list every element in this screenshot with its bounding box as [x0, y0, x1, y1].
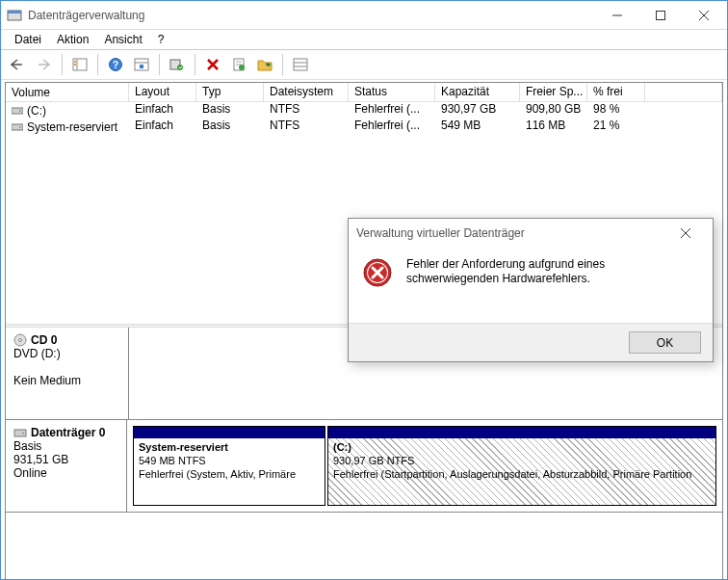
disk-row-0[interactable]: Datenträger 0 Basis 931,51 GB Online Sys… — [6, 420, 722, 513]
vol-name: (C:) — [27, 104, 46, 118]
vol-layout: Einfach — [129, 119, 196, 135]
disk-info: CD 0 DVD (D:) Kein Medium — [6, 328, 129, 419]
col-free[interactable]: Freier Sp... — [520, 83, 587, 101]
vol-free: 909,80 GB — [520, 102, 587, 119]
partition-body: (C:) 930,97 GB NTFS Fehlerfrei (Startpar… — [328, 438, 715, 505]
col-pctfree[interactable]: % frei — [587, 83, 645, 101]
settings-button[interactable] — [130, 53, 153, 76]
svg-text:?: ? — [113, 60, 118, 70]
vol-pct: 98 % — [587, 102, 645, 119]
disk-line1: DVD (D:) — [13, 347, 120, 360]
column-headers: Volume Layout Typ Dateisystem Status Kap… — [6, 83, 722, 102]
dialog-body: Fehler der Anforderung aufgrund eines sc… — [349, 248, 713, 323]
partition[interactable]: (C:) 930,97 GB NTFS Fehlerfrei (Startpar… — [327, 426, 716, 506]
col-volume[interactable]: Volume — [6, 83, 129, 101]
svg-point-27 — [19, 126, 21, 128]
dialog-close-button[interactable] — [666, 220, 705, 247]
menubar: Datei Aktion Ansicht ? — [1, 30, 727, 49]
dialog-title: Verwaltung virtueller Datenträger — [356, 226, 666, 240]
properties-button[interactable] — [227, 53, 250, 76]
refresh-button[interactable] — [166, 53, 189, 76]
vol-status: Fehlerfrei (... — [349, 119, 435, 135]
part-status: Fehlerfrei (System, Aktiv, Primäre — [139, 468, 296, 480]
menu-file[interactable]: Datei — [7, 31, 49, 48]
back-button[interactable] — [7, 53, 30, 76]
col-type[interactable]: Typ — [196, 83, 264, 101]
delete-button[interactable] — [201, 53, 224, 76]
partition-body: System-reserviert 549 MB NTFS Fehlerfrei… — [134, 438, 325, 505]
svg-rect-24 — [12, 108, 23, 114]
part-title: System-reserviert — [139, 441, 228, 453]
part-status: Fehlerfrei (Startpartition, Auslagerungs… — [333, 468, 691, 480]
svg-point-25 — [19, 110, 21, 112]
svg-rect-1 — [8, 11, 21, 13]
svg-rect-26 — [12, 124, 23, 130]
titlebar: Datenträgerverwaltung — [1, 1, 727, 30]
toolbar: ? — [1, 49, 727, 80]
error-dialog: Verwaltung virtueller Datenträger Fehler… — [348, 218, 714, 362]
close-button[interactable] — [682, 1, 725, 29]
help-button[interactable]: ? — [104, 53, 127, 76]
vol-type: Basis — [196, 102, 264, 119]
ok-button[interactable]: OK — [629, 331, 701, 354]
col-status[interactable]: Status — [349, 83, 435, 101]
disk-line2: 931,51 GB — [13, 453, 118, 466]
forward-button[interactable] — [33, 53, 56, 76]
svg-point-16 — [177, 65, 183, 70]
show-hide-button[interactable] — [68, 53, 91, 76]
folder-button[interactable] — [253, 53, 276, 76]
disk-name: CD 0 — [31, 333, 57, 347]
maximize-button[interactable] — [638, 1, 682, 29]
drive-icon — [12, 121, 23, 133]
vol-cap: 930,97 GB — [435, 102, 520, 119]
svg-rect-21 — [294, 59, 307, 70]
part-size: 930,97 GB NTFS — [333, 455, 414, 466]
col-capacity[interactable]: Kapazität — [435, 83, 520, 101]
part-size: 549 MB NTFS — [139, 455, 206, 466]
disk-line3: Online — [13, 466, 118, 480]
cd-icon — [13, 333, 27, 347]
col-spacer — [645, 83, 722, 101]
dialog-titlebar: Verwaltung virtueller Datenträger — [349, 219, 713, 248]
vol-status: Fehlerfrei (... — [349, 102, 435, 119]
disk-partitions: System-reserviert 549 MB NTFS Fehlerfrei… — [127, 420, 722, 512]
svg-rect-30 — [14, 430, 26, 436]
partition-bar — [328, 427, 715, 438]
volume-row[interactable]: System-reserviert Einfach Basis NTFS Feh… — [6, 119, 722, 135]
vol-pct: 21 % — [587, 119, 645, 135]
vol-layout: Einfach — [129, 102, 196, 119]
list-view-button[interactable] — [289, 53, 312, 76]
menu-action[interactable]: Aktion — [49, 31, 96, 48]
dialog-button-bar: OK — [349, 323, 713, 361]
app-icon — [7, 8, 22, 23]
svg-point-29 — [19, 339, 22, 342]
disk-info: Datenträger 0 Basis 931,51 GB Online — [6, 420, 127, 512]
disk-name: Datenträger 0 — [31, 426, 105, 439]
volume-row[interactable]: (C:) Einfach Basis NTFS Fehlerfrei (... … — [6, 102, 722, 119]
disk-graph: CD 0 DVD (D:) Kein Medium Datenträger 0 … — [6, 328, 722, 580]
part-title: (C:) — [333, 441, 351, 453]
vol-type: Basis — [196, 119, 264, 135]
vol-cap: 549 MB — [435, 119, 520, 135]
svg-rect-3 — [656, 11, 664, 19]
menu-view[interactable]: Ansicht — [96, 31, 149, 48]
disk-line3: Kein Medium — [13, 374, 120, 387]
partition[interactable]: System-reserviert 549 MB NTFS Fehlerfrei… — [133, 426, 325, 506]
svg-point-20 — [239, 65, 245, 70]
minimize-button[interactable] — [595, 1, 638, 29]
svg-rect-14 — [140, 65, 143, 68]
error-icon — [362, 257, 393, 288]
col-layout[interactable]: Layout — [129, 83, 196, 101]
drive-icon — [12, 105, 23, 117]
disk-line1: Basis — [13, 439, 118, 453]
partition-bar — [134, 427, 325, 438]
menu-help[interactable]: ? — [150, 31, 172, 48]
svg-rect-9 — [74, 64, 76, 66]
window-title: Datenträgerverwaltung — [28, 9, 595, 22]
col-filesystem[interactable]: Dateisystem — [264, 83, 349, 101]
vol-fs: NTFS — [264, 102, 349, 119]
vol-name: System-reserviert — [27, 120, 117, 134]
dialog-message: Fehler der Anforderung aufgrund eines sc… — [406, 257, 699, 286]
svg-rect-8 — [74, 61, 76, 63]
disk-icon — [13, 426, 27, 439]
